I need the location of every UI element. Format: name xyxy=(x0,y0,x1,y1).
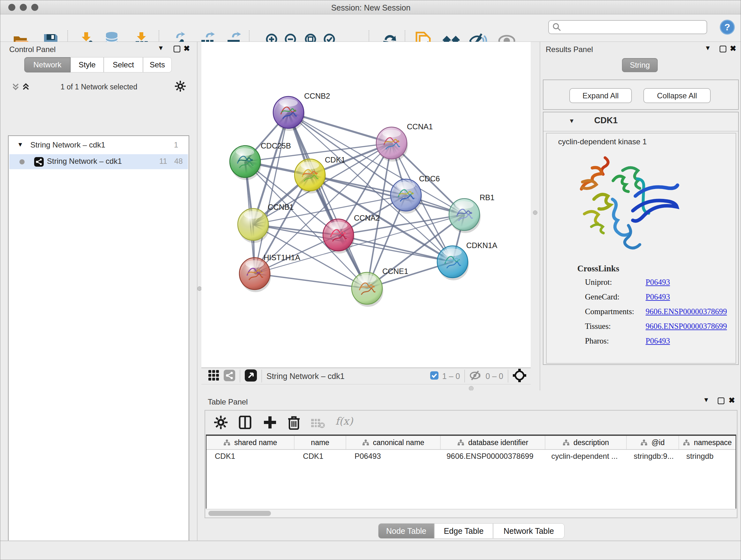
column-type-icon xyxy=(683,439,690,446)
protein-structure-image xyxy=(575,151,683,258)
table-panel-maximize-icon[interactable] xyxy=(718,397,724,404)
tab-sets[interactable]: Sets xyxy=(143,57,172,72)
column-label: @id xyxy=(651,438,664,447)
crosslink-value[interactable]: P06493 xyxy=(646,278,670,287)
network-view[interactable]: CCNB2CCNA1CDC25BCDK1CDC6RB1CCNB1CCNA2CDK… xyxy=(201,42,531,368)
table-panel-close-icon[interactable]: ✖ xyxy=(729,396,735,405)
network-graph[interactable]: CCNB2CCNA1CDC25BCDK1CDC6RB1CCNB1CCNA2CDK… xyxy=(201,42,531,368)
tab-network-table[interactable]: Network Table xyxy=(493,523,564,539)
horizontal-splitter-handle[interactable] xyxy=(469,386,474,391)
left-splitter-handle[interactable] xyxy=(197,287,202,291)
column-header-name[interactable]: name xyxy=(294,436,346,449)
add-column-icon[interactable] xyxy=(263,416,277,430)
node-CCNB1[interactable] xyxy=(238,208,269,243)
help-icon[interactable]: ? xyxy=(720,19,735,36)
control-panel-maximize-icon[interactable] xyxy=(174,46,180,52)
collapse-all-button[interactable]: Collapse All xyxy=(643,88,711,103)
hidden-eye-slash-icon[interactable] xyxy=(469,371,482,381)
function-builder-icon[interactable]: f(x) xyxy=(335,415,353,427)
network-selection-status: 1 of 1 Network selected xyxy=(0,83,198,91)
tab-string-results[interactable]: String xyxy=(622,58,658,72)
network-node-count: 11 xyxy=(159,157,167,166)
expand-all-button[interactable]: Expand All xyxy=(569,88,632,103)
node-CCNE1[interactable] xyxy=(352,272,383,307)
crosslinks-title: CrossLinks xyxy=(577,264,619,273)
column-label: name xyxy=(311,438,329,447)
search-input[interactable] xyxy=(548,20,707,34)
crosslink-label: Pharos: xyxy=(585,336,609,346)
tree-expand-icon[interactable]: ▼ xyxy=(17,141,23,148)
node-label-RB1: RB1 xyxy=(480,193,495,202)
table-row[interactable]: CDK1 CDK1 P06493 9606.ENSP00000378699 cy… xyxy=(206,450,736,462)
tab-edge-table[interactable]: Edge Table xyxy=(434,523,493,539)
node-label-CDKN1A: CDKN1A xyxy=(466,241,497,250)
column-header-description[interactable]: description xyxy=(545,436,626,449)
tab-style[interactable]: Style xyxy=(71,57,104,72)
crosslink-value[interactable]: P06493 xyxy=(646,293,670,301)
birds-eye-view-icon[interactable] xyxy=(208,370,219,382)
control-panel-float-icon[interactable]: ▼ xyxy=(158,44,164,52)
svg-text:?: ? xyxy=(724,22,730,32)
gene-collapse-icon[interactable]: ▼ xyxy=(569,118,575,125)
node-label-CCNB2: CCNB2 xyxy=(304,91,330,100)
results-panel-maximize-icon[interactable] xyxy=(720,46,726,52)
footer-separator xyxy=(261,370,262,382)
fit-selected-target-icon[interactable] xyxy=(513,369,526,383)
crosslink-value[interactable]: P06493 xyxy=(646,336,670,346)
node-CCNB2[interactable] xyxy=(273,97,305,131)
node-CCNA1[interactable] xyxy=(376,127,408,162)
node-HIST1H1A[interactable] xyxy=(239,258,271,292)
cell-namespace: stringdb xyxy=(679,452,736,461)
node-label-CDC6: CDC6 xyxy=(419,174,440,183)
column-header-database-identifier[interactable]: database identifier xyxy=(441,436,545,449)
results-actions-box: Expand All Collapse All xyxy=(543,79,739,110)
edge-HIST1H1A-CCNE1[interactable] xyxy=(255,273,367,288)
scrollbar-thumb[interactable] xyxy=(208,511,271,516)
edge-CCNB2-HIST1H1A[interactable] xyxy=(255,112,288,273)
table-panel-float-icon[interactable]: ▼ xyxy=(703,396,710,403)
edge-CCNB2-CCNE1[interactable] xyxy=(288,112,367,288)
node-CDK1[interactable] xyxy=(294,159,326,193)
network-list: ▼ String Network – cdk1 1 String Network… xyxy=(8,135,189,560)
column-type-icon xyxy=(223,439,230,446)
tab-network[interactable]: Network xyxy=(24,57,71,72)
crosslink-label: Tissues: xyxy=(585,322,611,331)
crosslink-value[interactable]: 9606.ENSP00000378699 xyxy=(646,307,727,316)
column-header-canonical-name[interactable]: canonical name xyxy=(346,436,441,449)
results-panel-close-icon[interactable]: ✖ xyxy=(730,44,736,53)
column-header-namespace[interactable]: namespace xyxy=(679,436,736,449)
results-panel-float-icon[interactable]: ▼ xyxy=(704,44,711,52)
table-horizontal-scrollbar[interactable] xyxy=(206,509,736,517)
table-gear-icon[interactable] xyxy=(214,416,227,430)
network-collection-label: String Network – cdk1 xyxy=(30,140,105,149)
application-window: Session: New Session xyxy=(0,0,741,560)
network-options-gear-icon[interactable] xyxy=(175,81,186,93)
node-label-CCNB1: CCNB1 xyxy=(268,203,293,211)
column-header-id[interactable]: @id xyxy=(627,436,679,449)
gene-detail-box: cyclin-dependent kinase 1 xyxy=(546,133,736,364)
node-CDC6[interactable] xyxy=(391,179,422,213)
column-header-shared-name[interactable]: shared name xyxy=(206,436,294,449)
crosslink-value[interactable]: 9606.ENSP00000378699 xyxy=(646,322,727,331)
node-CDC25B[interactable] xyxy=(230,145,261,180)
delete-column-trash-icon[interactable] xyxy=(287,415,300,431)
node-RB1[interactable] xyxy=(449,199,481,233)
control-panel-title: Control Panel xyxy=(9,45,56,54)
node-CDKN1A[interactable] xyxy=(437,246,469,280)
string-style-toggle-icon[interactable] xyxy=(224,370,235,382)
tab-select[interactable]: Select xyxy=(104,57,143,72)
edge-CCNA2-CDKN1A[interactable] xyxy=(338,235,453,262)
expand-all-label: Expand All xyxy=(583,91,618,100)
crosslink-label: GeneCard: xyxy=(585,293,619,301)
network-tree-item-row[interactable]: String Network – cdk1 11 48 xyxy=(9,154,188,169)
crosslink-label: Compartments: xyxy=(585,307,634,316)
show-columns-icon[interactable] xyxy=(239,416,252,430)
tab-node-table[interactable]: Node Table xyxy=(378,523,434,539)
control-panel-close-icon[interactable]: ✖ xyxy=(184,44,190,53)
network-tree-root-row[interactable]: ▼ String Network – cdk1 1 xyxy=(9,138,187,152)
node-CCNA2[interactable] xyxy=(323,219,354,253)
delete-table-icon[interactable] xyxy=(311,418,325,430)
selected-checkbox-icon[interactable] xyxy=(430,371,439,381)
open-in-window-icon[interactable] xyxy=(245,369,257,383)
right-splitter-handle[interactable] xyxy=(533,210,537,215)
